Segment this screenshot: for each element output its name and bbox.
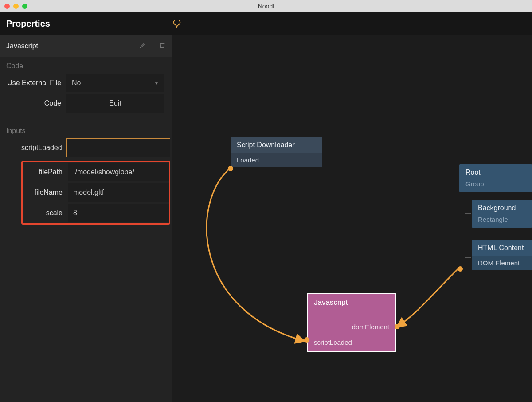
filename-row: fileName — [23, 182, 169, 203]
tree-line — [465, 257, 471, 258]
maximize-window-button[interactable] — [22, 4, 27, 9]
node-background[interactable]: Background Rectangle — [472, 200, 532, 228]
node-html-content[interactable]: HTML Content DOM Element — [472, 240, 532, 270]
code-edit-button[interactable]: Edit — [66, 94, 164, 113]
node-javascript[interactable]: Javascript domElement scriptLoaded — [307, 293, 396, 352]
window-titlebar: Noodl — [0, 0, 532, 12]
use-external-file-value: No — [72, 79, 81, 87]
section-inputs-label: Inputs — [0, 122, 172, 138]
scale-row: scale — [23, 203, 169, 223]
use-external-file-dropdown[interactable]: No ▼ — [66, 74, 164, 92]
window-controls — [0, 4, 27, 9]
filename-label: fileName — [23, 189, 68, 197]
port-domelement[interactable]: domElement — [352, 323, 389, 331]
use-external-file-label: Use External File — [0, 79, 66, 87]
properties-sidebar: Javascript Code Use External File No ▼ C… — [0, 35, 172, 402]
node-script-downloader[interactable]: Script Downloader Loaded — [231, 137, 322, 167]
code-label: Code — [0, 99, 66, 107]
node-title: Root — [459, 164, 532, 180]
port-dot-loaded[interactable] — [228, 166, 233, 171]
port-dot-js-scriptloaded[interactable] — [304, 337, 309, 343]
panel-header: Javascript — [0, 35, 172, 57]
page-title: Properties — [6, 19, 50, 29]
port-scriptloaded[interactable]: scriptLoaded — [314, 339, 352, 346]
code-row: Code Edit — [0, 93, 172, 114]
port-dot-dom-element[interactable] — [458, 266, 463, 272]
tree-line — [465, 194, 466, 294]
node-subtitle: Group — [459, 180, 532, 192]
node-title: Script Downloader — [231, 137, 322, 153]
scriptloaded-row: scriptLoaded — [21, 138, 170, 158]
scale-label: scale — [23, 209, 68, 217]
tree-line — [465, 213, 471, 214]
minimize-window-button[interactable] — [13, 4, 19, 9]
use-external-file-row: Use External File No ▼ — [0, 73, 172, 93]
filepath-row: filePath — [23, 162, 169, 182]
port-loaded[interactable]: Loaded — [231, 153, 322, 167]
filename-input[interactable] — [68, 183, 169, 202]
filepath-input[interactable] — [68, 163, 169, 181]
edit-icon[interactable] — [139, 42, 146, 51]
node-title: HTML Content — [472, 240, 532, 256]
port-dot-js-domelement[interactable] — [395, 324, 400, 329]
node-title: Javascript — [308, 294, 395, 311]
selected-node-name: Javascript — [6, 42, 38, 50]
pretzel-icon[interactable] — [172, 19, 182, 29]
node-root[interactable]: Root Group — [459, 164, 532, 192]
scriptloaded-input[interactable] — [66, 138, 170, 157]
header-bar: Properties — [0, 12, 532, 35]
node-canvas[interactable]: Script Downloader Loaded Root Group Back… — [172, 35, 532, 402]
scale-input[interactable] — [68, 204, 169, 222]
chevron-down-icon: ▼ — [154, 81, 159, 86]
port-dom-element[interactable]: DOM Element — [472, 256, 532, 270]
highlighted-inputs-group: filePath fileName scale — [21, 161, 170, 225]
code-edit-label: Edit — [109, 99, 121, 107]
filepath-label: filePath — [23, 168, 68, 176]
window-title: Noodl — [258, 3, 274, 10]
scriptloaded-label: scriptLoaded — [21, 144, 66, 152]
close-window-button[interactable] — [4, 4, 10, 9]
section-code-label: Code — [0, 57, 172, 73]
node-title: Background — [472, 200, 532, 216]
trash-icon[interactable] — [159, 42, 166, 51]
node-subtitle: Rectangle — [472, 216, 532, 228]
